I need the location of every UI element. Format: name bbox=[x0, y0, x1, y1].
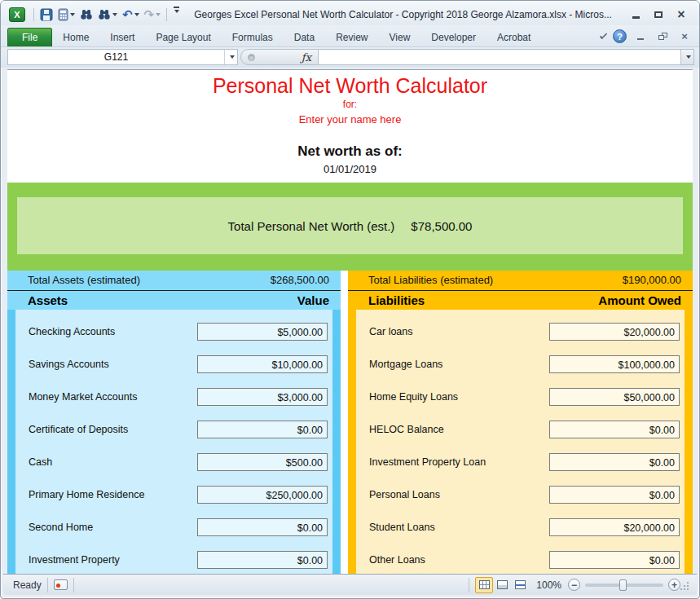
minimize-icon bbox=[632, 16, 640, 19]
excel-window: X bbox=[0, 0, 700, 599]
expand-formula-bar-button[interactable] bbox=[681, 49, 694, 65]
ribbon-tab-row: File Home Insert Page Layout Formulas Da… bbox=[1, 25, 699, 47]
amount-owed-column-header: Amount Owed bbox=[598, 293, 681, 307]
maximize-button[interactable] bbox=[647, 7, 670, 23]
close-icon: × bbox=[681, 31, 688, 42]
tab-file[interactable]: File bbox=[7, 28, 52, 46]
quick-access-toolbar: ↶ ↷ bbox=[30, 7, 182, 23]
liability-value-input[interactable]: $20,000.00 bbox=[549, 518, 680, 536]
find-button[interactable] bbox=[77, 7, 95, 23]
liability-label: Car loans bbox=[369, 326, 549, 337]
asset-label: Investment Property bbox=[29, 554, 197, 566]
zoom-out-button[interactable]: − bbox=[568, 579, 580, 591]
customize-quick-access-toolbar-button[interactable] bbox=[170, 7, 182, 23]
workbook-minimize-button[interactable] bbox=[632, 30, 649, 43]
tab-review[interactable]: Review bbox=[325, 28, 378, 46]
tab-page-layout[interactable]: Page Layout bbox=[145, 28, 221, 46]
as-of-label: Net worth as of: bbox=[7, 142, 693, 161]
excel-logo-icon[interactable]: X bbox=[9, 7, 25, 22]
for-label: for: bbox=[7, 98, 693, 112]
assets-total-label: Total Assets (estimated) bbox=[28, 274, 140, 286]
tab-row-controls: ? × bbox=[600, 29, 693, 46]
asset-row: Money Market Accounts $3,000.00 bbox=[29, 381, 328, 413]
macro-record-button[interactable] bbox=[54, 579, 68, 590]
asset-row: Certificate of Deposits $0.00 bbox=[29, 413, 328, 446]
resize-grip[interactable] bbox=[687, 588, 689, 590]
minimize-button[interactable] bbox=[624, 7, 647, 23]
dropdown-caret-icon bbox=[686, 55, 691, 59]
tab-insert[interactable]: Insert bbox=[99, 28, 145, 46]
asset-value-input[interactable]: $500.00 bbox=[197, 453, 328, 471]
tab-data[interactable]: Data bbox=[284, 28, 325, 46]
net-worth-summary: Total Personal Net Worth (est.) $78,500.… bbox=[17, 197, 683, 254]
tab-developer[interactable]: Developer bbox=[420, 28, 486, 46]
value-column-header: Value bbox=[297, 293, 329, 307]
net-worth-banner: Total Personal Net Worth (est.) $78,500.… bbox=[7, 183, 693, 271]
liability-row: Personal Loans $0.00 bbox=[369, 478, 680, 511]
workbook-close-button[interactable]: × bbox=[676, 30, 693, 43]
tab-acrobat[interactable]: Acrobat bbox=[486, 28, 541, 46]
restore-icon bbox=[658, 33, 667, 40]
undo-button[interactable]: ↶ bbox=[120, 7, 142, 23]
liability-value-input[interactable]: $50,000.00 bbox=[549, 388, 680, 406]
tab-home[interactable]: Home bbox=[52, 28, 99, 46]
overline-icon bbox=[174, 7, 179, 8]
expand-ribbon-icon[interactable] bbox=[600, 31, 607, 38]
liability-value-input[interactable]: $0.00 bbox=[549, 421, 680, 438]
asset-row: Cash $500.00 bbox=[29, 446, 328, 478]
name-entry-cell[interactable]: Enter your name here bbox=[7, 112, 693, 127]
page-layout-view-button[interactable] bbox=[493, 577, 511, 593]
asset-value-input[interactable]: $250,000.00 bbox=[197, 486, 328, 504]
name-box[interactable]: G121 bbox=[7, 49, 238, 65]
asset-label: Money Market Accounts bbox=[29, 391, 197, 403]
net-worth-value: $78,500.00 bbox=[411, 219, 472, 233]
assets-header-row: Assets Value bbox=[7, 291, 341, 310]
insert-function-button[interactable]: ƒx bbox=[302, 51, 311, 64]
liabilities-total-value: $190,000.00 bbox=[623, 274, 681, 286]
normal-view-button[interactable] bbox=[475, 577, 493, 593]
liability-value-input[interactable]: $0.00 bbox=[549, 486, 680, 504]
workbook-restore-button[interactable] bbox=[654, 30, 671, 43]
tab-view[interactable]: View bbox=[379, 28, 421, 46]
help-button[interactable]: ? bbox=[613, 29, 627, 43]
net-worth-label: Total Personal Net Worth (est.) bbox=[228, 219, 395, 233]
formula-input[interactable] bbox=[319, 49, 681, 65]
page-break-view-button[interactable] bbox=[511, 577, 529, 593]
assets-total-value: $268,500.00 bbox=[271, 274, 329, 286]
liability-value-input[interactable]: $0.00 bbox=[549, 453, 680, 471]
dropdown-caret-icon bbox=[156, 13, 161, 16]
separator bbox=[73, 578, 74, 592]
liability-label: Other Loans bbox=[369, 554, 549, 566]
asset-value-input[interactable]: $0.00 bbox=[197, 421, 328, 438]
liability-value-input[interactable]: $20,000.00 bbox=[549, 323, 680, 341]
assets-total-row: Total Assets (estimated) $268,500.00 bbox=[7, 271, 341, 290]
save-button[interactable] bbox=[37, 7, 55, 23]
zoom-level[interactable]: 100% bbox=[536, 579, 561, 591]
as-of-date-cell[interactable]: 01/01/2019 bbox=[7, 161, 693, 177]
tab-formulas[interactable]: Formulas bbox=[222, 28, 284, 46]
calculator-button[interactable] bbox=[55, 7, 77, 23]
zoom-slider-track[interactable] bbox=[585, 584, 663, 587]
asset-value-input[interactable]: $10,000.00 bbox=[197, 355, 328, 373]
asset-value-input[interactable]: $0.00 bbox=[197, 551, 328, 569]
separator bbox=[469, 578, 469, 592]
liability-row: Car loans $20,000.00 bbox=[369, 315, 680, 348]
asset-value-input[interactable]: $3,000.00 bbox=[197, 388, 328, 406]
asset-value-input[interactable]: $0.00 bbox=[197, 518, 328, 536]
save-icon bbox=[40, 8, 53, 21]
redo-button[interactable]: ↷ bbox=[142, 7, 164, 23]
panel-gutter bbox=[341, 271, 348, 574]
close-icon: × bbox=[677, 8, 685, 21]
minimize-icon bbox=[637, 38, 644, 40]
zoom-slider-handle[interactable] bbox=[619, 579, 627, 591]
asset-value-input[interactable]: $5,000.00 bbox=[197, 323, 328, 341]
close-button[interactable]: × bbox=[670, 7, 693, 23]
view-shortcuts bbox=[475, 577, 529, 593]
zoom-in-button[interactable]: + bbox=[668, 579, 680, 591]
liability-value-input[interactable]: $0.00 bbox=[549, 551, 680, 569]
name-box-dropdown[interactable] bbox=[224, 50, 237, 64]
liability-row: Investment Property Loan $0.00 bbox=[369, 446, 680, 478]
formula-bar-controls: ƒx bbox=[240, 49, 319, 65]
liability-value-input[interactable]: $100,000.00 bbox=[549, 355, 680, 373]
find-menu-button[interactable] bbox=[95, 7, 120, 23]
